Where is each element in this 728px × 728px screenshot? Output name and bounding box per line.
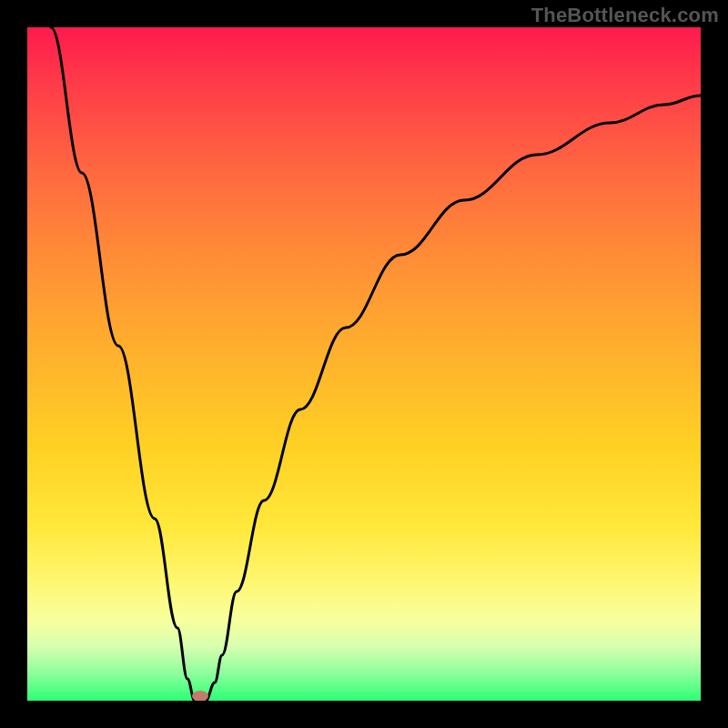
curve-path xyxy=(51,27,701,701)
optimal-point-marker xyxy=(192,691,208,701)
attribution-text: TheBottleneck.com xyxy=(531,4,719,27)
bottleneck-curve xyxy=(27,27,701,701)
plot-area xyxy=(27,27,701,701)
chart-frame: TheBottleneck.com xyxy=(0,0,728,728)
